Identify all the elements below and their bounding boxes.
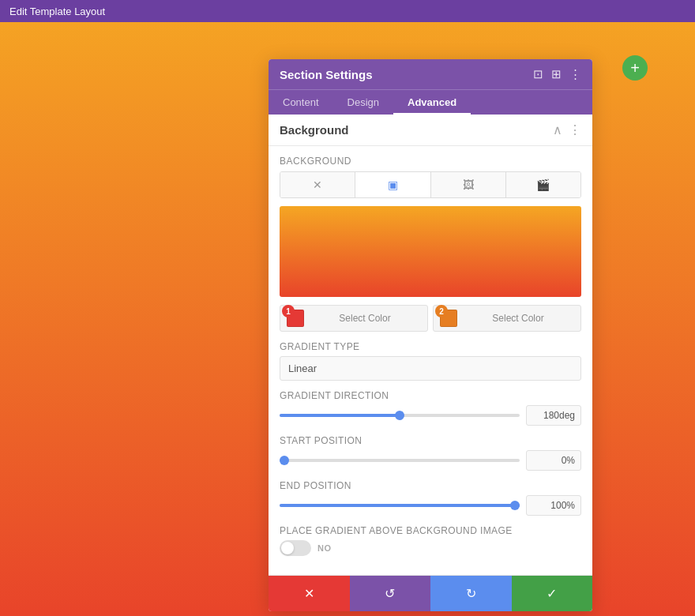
end-position-input[interactable]: [526, 495, 581, 516]
redo-button[interactable]: ↻: [430, 576, 512, 611]
top-bar: Edit Template Layout: [0, 0, 695, 22]
gradient-type-label: Gradient Type: [280, 341, 581, 352]
gradient-direction-label: Gradient Direction: [280, 390, 581, 401]
bg-type-image[interactable]: 🖼: [431, 172, 506, 197]
gradient-direction-fill: [280, 414, 400, 417]
panel-actions: ✕ ↺ ↻ ✓: [269, 575, 592, 611]
start-position-thumb[interactable]: [280, 456, 289, 465]
toggle-row: NO: [280, 540, 581, 556]
start-position-track[interactable]: [280, 459, 520, 462]
color-badge-1: 1: [282, 305, 295, 317]
start-position-input[interactable]: [526, 450, 581, 471]
gradient-type-group: Gradient Type Linear Radial Conical Elli…: [280, 341, 581, 381]
gradient-direction-track[interactable]: [280, 414, 520, 417]
toggle-label: NO: [317, 543, 332, 553]
color-picker-1[interactable]: 1 Select Color: [280, 305, 428, 332]
section-heading-icons: ∧ ⋮: [553, 122, 581, 137]
bg-type-none[interactable]: ✕: [280, 172, 355, 197]
gradient-direction-slider-row: [280, 405, 581, 426]
tab-design[interactable]: Design: [333, 90, 393, 115]
color-label-2: Select Color: [462, 313, 574, 324]
gradient-type-select[interactable]: Linear Radial Conical Elliptical: [280, 356, 581, 381]
gradient-preview: [280, 206, 581, 297]
start-position-slider-row: [280, 450, 581, 471]
color-swatch-wrapper-1: 1: [287, 310, 304, 327]
color-badge-2: 2: [435, 305, 448, 317]
more-icon[interactable]: ⋮: [569, 67, 581, 81]
color-pickers-row: 1 Select Color 2 Select Color: [280, 305, 581, 332]
cancel-button[interactable]: ✕: [269, 576, 350, 611]
section-more-icon[interactable]: ⋮: [569, 122, 581, 137]
end-position-group: End Position: [280, 480, 581, 516]
color-picker-2[interactable]: 2 Select Color: [433, 305, 581, 332]
start-position-label: Start Position: [280, 435, 581, 446]
gradient-direction-group: Gradient Direction: [280, 390, 581, 426]
panel-body: Background ∧ ⋮ Background ✕ ▣ 🖼 🎬: [269, 115, 592, 575]
bg-type-gradient[interactable]: ▣: [355, 172, 430, 197]
device-icon[interactable]: ⊡: [533, 67, 543, 81]
end-position-fill: [280, 504, 520, 507]
section-heading: Background ∧ ⋮: [269, 115, 592, 146]
end-position-slider-row: [280, 495, 581, 516]
end-position-thumb[interactable]: [510, 501, 520, 510]
panel-content: Background ✕ ▣ 🖼 🎬 1 Select Color: [269, 146, 592, 575]
bg-type-selector: ✕ ▣ 🖼 🎬: [280, 171, 581, 198]
panel-header: Section Settings ⊡ ⊞ ⋮: [269, 59, 592, 89]
columns-icon[interactable]: ⊞: [551, 67, 562, 81]
panel-title: Section Settings: [280, 68, 373, 81]
reset-button[interactable]: ↺: [350, 576, 431, 611]
gradient-direction-thumb[interactable]: [395, 411, 404, 420]
save-button[interactable]: ✓: [512, 576, 593, 611]
end-position-label: End Position: [280, 480, 581, 491]
section-settings-panel: Section Settings ⊡ ⊞ ⋮ Content Design Ad…: [269, 59, 592, 611]
end-position-track[interactable]: [280, 504, 520, 507]
place-gradient-group: Place Gradient Above Background Image NO: [280, 525, 581, 556]
color-swatch-wrapper-2: 2: [440, 310, 457, 327]
add-button[interactable]: +: [622, 55, 648, 81]
gradient-direction-input[interactable]: [526, 405, 581, 426]
toggle-knob: [281, 542, 294, 554]
panel-header-icons: ⊡ ⊞ ⋮: [533, 67, 581, 81]
color-label-1: Select Color: [309, 313, 421, 324]
toggle-switch[interactable]: [280, 540, 311, 556]
bg-type-video[interactable]: 🎬: [506, 172, 580, 197]
section-heading-title: Background: [280, 123, 349, 137]
top-bar-title: Edit Template Layout: [9, 6, 105, 17]
collapse-icon[interactable]: ∧: [553, 122, 562, 137]
tab-content[interactable]: Content: [269, 90, 333, 115]
tabs-row: Content Design Advanced: [269, 89, 592, 115]
tab-advanced[interactable]: Advanced: [393, 90, 471, 115]
place-gradient-label: Place Gradient Above Background Image: [280, 525, 581, 536]
background-label: Background: [280, 156, 581, 167]
start-position-group: Start Position: [280, 435, 581, 471]
